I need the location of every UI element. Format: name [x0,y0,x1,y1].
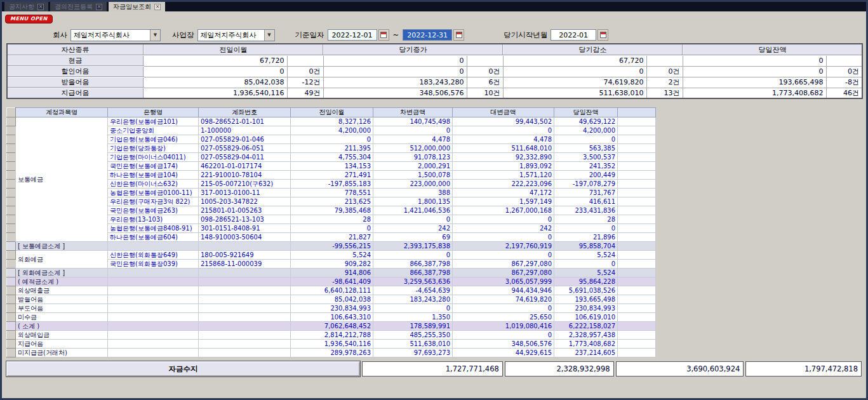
bank-name-cell[interactable] [108,304,199,313]
summary-count-cell[interactable] [467,55,503,66]
amount-cell[interactable]: 4,478 [373,135,453,144]
account-number-cell[interactable]: 462201-01-017174 [199,162,291,171]
calendar-icon[interactable] [598,29,608,41]
amount-cell[interactable]: 241,352 [554,162,618,171]
amount-cell[interactable]: 85,042,038 [291,295,373,304]
bank-name-cell[interactable]: 국민은행(보통예금174) [108,162,199,171]
summary-count-cell[interactable]: 46건 [826,88,862,98]
amount-cell[interactable]: 0 [554,224,618,233]
amount-cell[interactable]: 4,478 [453,135,554,144]
calendar-icon[interactable] [453,29,464,41]
calendar-icon[interactable] [378,29,389,41]
amount-cell[interactable]: 1,571,120 [453,171,554,180]
account-number-cell[interactable]: 098-286521-13-103 [199,215,291,224]
amount-cell[interactable]: 866,387,798 [373,260,453,269]
amount-cell[interactable]: 69 [373,233,453,242]
bank-name-cell[interactable]: 신한은행(마이너스632) [108,180,199,189]
amount-cell[interactable]: 1,019,080,416 [453,322,554,331]
chevron-down-icon[interactable]: ▼ [150,30,160,41]
amount-cell[interactable]: 92,332,890 [453,153,554,162]
row-selector[interactable] [7,135,16,144]
row-selector[interactable] [7,171,16,180]
bank-name-cell[interactable]: 하나은행(보통예금604) [108,233,199,242]
amount-cell[interactable]: 5,524 [554,251,618,260]
amount-cell[interactable]: 5,524 [291,251,373,260]
row-selector[interactable] [7,189,16,197]
amount-cell[interactable]: 485,255,350 [373,331,453,340]
amount-cell[interactable]: 193,665,498 [554,295,618,304]
amount-cell[interactable]: 416,611 [554,197,618,206]
bank-name-cell[interactable]: 신한은행(외화통장649) [108,251,199,260]
amount-cell[interactable]: 1,421,046,536 [373,206,453,215]
amount-cell[interactable]: 140,745,498 [373,117,453,126]
tab-close-icon[interactable]: × [37,4,44,10]
amount-cell[interactable]: 914,806 [291,269,373,277]
amount-cell[interactable]: 4,200,000 [291,126,373,135]
amount-cell[interactable]: 1,773,408,682 [554,340,618,349]
account-number-cell[interactable]: 317-0013-0100-11 [199,189,291,197]
summary-amount-cell[interactable]: 511,638,010 [503,88,646,98]
bank-name-cell[interactable] [108,242,199,251]
amount-cell[interactable]: 97,693,273 [373,349,453,357]
summary-amount-cell[interactable]: 0 [683,66,826,77]
account-number-cell[interactable]: 215868-11-000039 [199,260,291,269]
bank-name-cell[interactable] [108,277,199,286]
tab-resolution-slip-entry[interactable]: 결의전표등록 × [50,2,107,11]
tab-notice[interactable]: 공지사항 × [4,2,48,11]
amount-cell[interactable]: 222,223,096 [453,180,554,189]
amount-cell[interactable]: 511,648,010 [453,144,554,153]
account-number-cell[interactable] [199,295,291,304]
amount-cell[interactable]: 4,755,304 [291,153,373,162]
bank-name-cell[interactable]: 기업은행(마이너스04011) [108,153,199,162]
amount-cell[interactable]: 6,640,128,111 [291,286,373,295]
account-number-cell[interactable]: 098-286521-01-101 [199,117,291,126]
summary-amount-cell[interactable]: 183,243,280 [323,77,467,88]
summary-amount-cell[interactable]: 1,773,408,682 [683,88,826,98]
amount-cell[interactable]: 1,350 [373,313,453,322]
row-selector[interactable] [7,117,16,126]
account-name-cell[interactable]: 미수금 [16,313,108,322]
amount-cell[interactable]: 1,500,078 [373,171,453,180]
amount-cell[interactable]: 233,431,836 [554,206,618,215]
summary-amount-cell[interactable]: 0 [503,66,646,77]
amount-cell[interactable]: 242 [453,224,554,233]
account-number-cell[interactable] [199,304,291,313]
summary-amount-cell[interactable]: 85,042,038 [144,77,287,88]
summary-count-cell[interactable]: 2건 [646,77,683,88]
amount-cell[interactable]: 91,078,123 [373,153,453,162]
amount-cell[interactable]: 106,619,010 [554,313,618,322]
amount-cell[interactable]: 388 [373,189,453,197]
amount-cell[interactable]: 3,065,057,999 [453,277,554,286]
account-name-cell[interactable]: [ 보통예금소계 ] [16,242,108,251]
amount-cell[interactable]: 106,643,310 [291,313,373,322]
summary-count-cell[interactable] [646,55,683,66]
period-start-input[interactable]: 2022-01 [551,29,596,41]
business-site-select[interactable]: 제일저지주식회사 ▼ [197,29,275,41]
amount-cell[interactable]: 223,000,000 [373,180,453,189]
summary-amount-cell[interactable]: 348,506,576 [323,88,467,98]
row-selector[interactable] [7,269,16,277]
row-selector[interactable] [7,295,16,304]
row-selector[interactable] [7,162,16,171]
summary-amount-cell[interactable]: 193,665,498 [683,77,826,88]
chevron-down-icon[interactable]: ▼ [264,30,274,41]
amount-cell[interactable]: 867,297,080 [453,260,554,269]
amount-cell[interactable]: 867,297,080 [453,269,554,277]
amount-cell[interactable]: 134,153 [291,162,373,171]
account-number-cell[interactable] [199,286,291,295]
amount-cell[interactable]: 1,597,149 [453,197,554,206]
amount-cell[interactable]: 0 [453,251,554,260]
bank-name-cell[interactable]: 국민은행(외화통장039) [108,260,199,269]
amount-cell[interactable]: 2,328,957,438 [554,331,618,340]
summary-count-cell[interactable]: -8건 [826,77,862,88]
date-from-input[interactable]: 2022-12-01 [328,29,377,41]
amount-cell[interactable]: 2,814,212,788 [291,331,373,340]
account-name-cell[interactable]: 지급어음 [16,340,108,349]
account-number-cell[interactable] [199,277,291,286]
account-number-cell[interactable] [199,269,291,277]
amount-cell[interactable]: 2,000,291 [373,162,453,171]
summary-count-cell[interactable]: 0건 [826,66,862,77]
bank-name-cell[interactable] [108,340,199,349]
amount-cell[interactable]: 0 [373,304,453,313]
summary-amount-cell[interactable]: 0 [323,55,467,66]
